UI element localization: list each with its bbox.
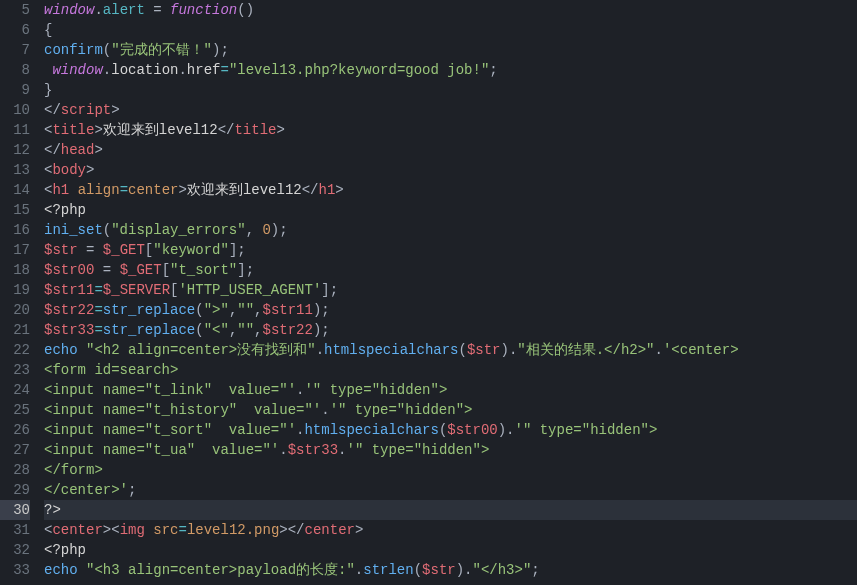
token-punc: (: [103, 42, 111, 58]
code-line[interactable]: </head>: [44, 140, 857, 160]
code-line[interactable]: {: [44, 20, 857, 40]
token-var: $str: [422, 562, 456, 578]
token-tag: script: [61, 102, 111, 118]
token-punc: >: [94, 122, 102, 138]
line-number: 28: [0, 460, 30, 480]
code-area[interactable]: window.alert = function(){confirm("完成的不错…: [40, 0, 857, 585]
code-line[interactable]: <body>: [44, 160, 857, 180]
token-punc: >: [86, 162, 94, 178]
token-str: '" type="hidden">: [515, 422, 658, 438]
code-line[interactable]: </center>';: [44, 480, 857, 500]
line-number: 33: [0, 560, 30, 580]
token-punc: {: [44, 22, 52, 38]
code-line[interactable]: $str33=str_replace("<","",$str22);: [44, 320, 857, 340]
line-number: 12: [0, 140, 30, 160]
code-line[interactable]: $str22=str_replace(">","",$str11);: [44, 300, 857, 320]
token-punc: (: [195, 302, 203, 318]
token-var: $str33: [288, 442, 338, 458]
code-line[interactable]: $str11=$_SERVER['HTTP_USER_AGENT'];: [44, 280, 857, 300]
code-line[interactable]: }: [44, 80, 857, 100]
token-str: "t_sort": [170, 262, 237, 278]
token-op: =: [94, 302, 102, 318]
code-line[interactable]: <h1 align=center>欢迎来到level12</h1>: [44, 180, 857, 200]
token-punc: [: [145, 242, 153, 258]
token-punc: [78, 562, 86, 578]
token-txt: 欢迎来到level12: [187, 182, 302, 198]
code-editor[interactable]: 5678910111213141516171819202122232425262…: [0, 0, 857, 585]
token-punc: .: [103, 62, 111, 78]
token-punc: ).: [498, 422, 515, 438]
token-txt: <?php: [44, 542, 86, 558]
code-line[interactable]: $str00 = $_GET["t_sort"];: [44, 260, 857, 280]
token-tag: img: [120, 522, 145, 538]
token-punc: (: [103, 222, 111, 238]
code-line[interactable]: <input name="t_link" value="'.'" type="h…: [44, 380, 857, 400]
token-op: =: [94, 282, 102, 298]
line-number: 30: [0, 500, 30, 520]
code-line[interactable]: </script>: [44, 100, 857, 120]
code-line[interactable]: <form id=search>: [44, 360, 857, 380]
token-fn: ini_set: [44, 222, 103, 238]
code-line[interactable]: <input name="t_ua" value="'.$str33.'" ty…: [44, 440, 857, 460]
code-line[interactable]: </form>: [44, 460, 857, 480]
token-tag: h1: [52, 182, 69, 198]
token-str: <form id=search>: [44, 362, 178, 378]
token-str: "display_errors": [111, 222, 245, 238]
token-punc: </: [44, 142, 61, 158]
token-punc: [: [162, 262, 170, 278]
line-number: 18: [0, 260, 30, 280]
line-number: 19: [0, 280, 30, 300]
token-punc: =: [78, 242, 103, 258]
token-punc: );: [313, 322, 330, 338]
code-line[interactable]: $str = $_GET["keyword"];: [44, 240, 857, 260]
code-line[interactable]: ?>: [44, 500, 857, 520]
token-punc: .: [355, 562, 363, 578]
token-tag: h1: [319, 182, 336, 198]
token-str: <input name="t_link" value="': [44, 382, 296, 398]
line-number: 17: [0, 240, 30, 260]
token-str: "": [237, 302, 254, 318]
token-str: "level13.php?keyword=good job!": [229, 62, 489, 78]
code-line[interactable]: <input name="t_sort" value="'.htmlspecia…: [44, 420, 857, 440]
code-line[interactable]: echo "<h2 align=center>没有找到和".htmlspecia…: [44, 340, 857, 360]
code-line[interactable]: <title>欢迎来到level12</title>: [44, 120, 857, 140]
code-line[interactable]: <input name="t_history" value="'.'" type…: [44, 400, 857, 420]
code-line[interactable]: window.location.href="level13.php?keywor…: [44, 60, 857, 80]
code-line[interactable]: <?php: [44, 200, 857, 220]
code-line[interactable]: <center><img src=level12.png></center>: [44, 520, 857, 540]
line-number: 13: [0, 160, 30, 180]
token-str: "</h3>": [473, 562, 532, 578]
token-propb: alert: [103, 2, 145, 18]
token-punc: </: [218, 122, 235, 138]
token-tag: center: [52, 522, 102, 538]
token-punc: >: [276, 122, 284, 138]
token-kw: function: [170, 2, 237, 18]
code-line[interactable]: <?php: [44, 540, 857, 560]
token-op: =: [120, 182, 128, 198]
token-punc: >: [178, 182, 186, 198]
token-var: $str33: [44, 322, 94, 338]
token-op: =: [220, 62, 228, 78]
token-tag: head: [61, 142, 95, 158]
code-line[interactable]: confirm("完成的不错！");: [44, 40, 857, 60]
token-attr: align: [78, 182, 120, 198]
token-punc: ;: [531, 562, 539, 578]
token-str: '" type="hidden">: [304, 382, 447, 398]
code-line[interactable]: ini_set("display_errors", 0);: [44, 220, 857, 240]
token-str: '<center>: [663, 342, 739, 358]
token-var: $str11: [44, 282, 94, 298]
token-attr: center: [128, 182, 178, 198]
token-punc: =: [94, 262, 119, 278]
token-str: "完成的不错！": [111, 42, 212, 58]
token-punc: );: [212, 42, 229, 58]
token-punc: .: [655, 342, 663, 358]
token-punc: );: [271, 222, 288, 238]
token-str: "<h2 align=center>没有找到和": [86, 342, 316, 358]
token-tag: title: [234, 122, 276, 138]
line-number: 20: [0, 300, 30, 320]
code-line[interactable]: window.alert = function(): [44, 0, 857, 20]
token-fn: htmlspecialchars: [324, 342, 458, 358]
code-line[interactable]: echo "<h3 align=center>payload的长度:".strl…: [44, 560, 857, 580]
line-number: 10: [0, 100, 30, 120]
line-number: 14: [0, 180, 30, 200]
